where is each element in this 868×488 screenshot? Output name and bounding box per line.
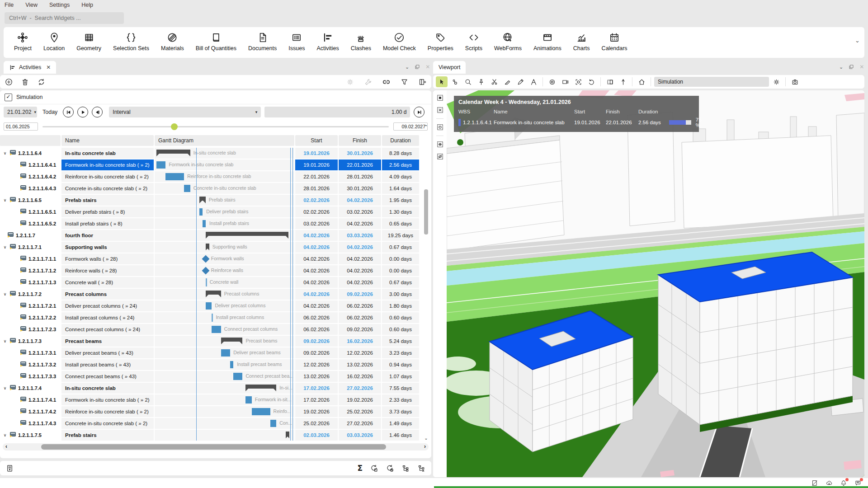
menu-file[interactable]: File [5, 2, 14, 8]
activity-row[interactable]: 1.2.1.1.7.2.2Install precast columns ( »… [0, 312, 431, 323]
delete-activity-icon[interactable] [21, 78, 29, 86]
toolbar-clashes[interactable]: Clashes [345, 31, 377, 52]
activity-row[interactable]: 1.2.1.1.7.1.3Concrete wall ( » 28)Concre… [0, 277, 431, 288]
chevron-down-icon[interactable]: ⌄ [405, 64, 409, 70]
simulation-checkbox[interactable]: ✓ [5, 94, 12, 101]
gantt-bar[interactable] [165, 173, 184, 180]
name-cell[interactable]: Precast columns [61, 289, 154, 300]
name-cell[interactable]: Prefab stairs [61, 195, 154, 206]
gantt-bar[interactable] [221, 338, 243, 342]
toolbar-charts[interactable]: Charts [567, 31, 596, 52]
timeline-slider-handle[interactable] [171, 123, 178, 130]
add-activity-icon[interactable] [5, 78, 13, 86]
gantt-bar[interactable] [245, 396, 252, 404]
interval-select[interactable]: Interval▾ [109, 107, 261, 117]
toolbar-model-check[interactable]: Model Check [377, 31, 422, 52]
offline-mode-icon[interactable] [811, 479, 818, 487]
recalculate-dates-icon[interactable] [370, 464, 378, 473]
select-tool[interactable] [436, 76, 448, 87]
gantt-bar[interactable] [221, 349, 230, 357]
show-selection-icon[interactable] [436, 141, 444, 148]
gantt-bar[interactable] [212, 326, 221, 333]
activity-row[interactable]: ∨1.2.1.1.6.5Prefab stairsPrefab stairs02… [0, 195, 431, 206]
activity-row[interactable]: ∨1.2.1.1.7.2Precast columnsPrecast colum… [0, 289, 431, 300]
name-cell[interactable]: Deliver precast beams ( » 43) [61, 347, 154, 358]
name-cell[interactable]: Reinforce in-situ concrete slab ( » 2) [61, 171, 154, 182]
viewport[interactable]: Calendar Week 4 - Wednesday, 21.01.2026 … [433, 90, 864, 477]
gantt-bar[interactable] [156, 150, 190, 154]
activity-row[interactable]: 1.2.1.1.6.4.3Concrete in-situ concrete s… [0, 183, 431, 194]
activity-row[interactable]: ∨1.2.1.1.7.5Prefab stairs02.03.202603.03… [0, 430, 431, 441]
tab-activities[interactable]: Activities ✕ [4, 61, 56, 74]
step-size-field[interactable]: 1.00 d [264, 107, 410, 117]
toolbar-properties[interactable]: Properties [422, 31, 459, 52]
activity-row[interactable]: 1.2.1.1.6.5.1Deliver prefab stairs ( » 8… [0, 206, 431, 217]
toolbar-overflow-chevron-icon[interactable]: ⌄ [855, 37, 860, 44]
sum-icon[interactable]: Σ [357, 464, 363, 473]
name-cell[interactable]: Supporting walls [61, 242, 154, 253]
expand-chevron-icon[interactable]: ∨ [3, 433, 7, 437]
camera-view[interactable] [559, 76, 571, 87]
step-forward-button[interactable] [414, 107, 425, 117]
toolbar-boq[interactable]: Bill of Quantities [190, 31, 242, 52]
notifications-icon[interactable] [840, 479, 847, 487]
toolbar-selection-sets[interactable]: Selection Sets [107, 31, 155, 52]
milestone-diamond[interactable] [202, 267, 209, 275]
header-duration[interactable]: Duration [382, 135, 419, 146]
multi-select-tool[interactable] [449, 76, 461, 87]
activity-row[interactable]: 1.2.1.1.6.4.1Formwork in-situ concrete s… [0, 160, 431, 170]
toolbar-location[interactable]: Location [38, 31, 71, 52]
toolbar-activities[interactable]: Activities [311, 31, 344, 52]
name-cell[interactable]: fourth floor [61, 230, 154, 241]
float-window-icon[interactable] [849, 64, 854, 70]
menu-settings[interactable]: Settings [49, 2, 70, 8]
expand-chevron-icon[interactable]: ∨ [3, 292, 7, 296]
cut-tool[interactable] [488, 76, 500, 87]
toolbar-scripts[interactable]: Scripts [459, 31, 488, 52]
name-cell[interactable]: Connect precast beams ( » 43) [61, 371, 154, 382]
name-cell[interactable]: Deliver prefab stairs ( » 8) [61, 206, 154, 217]
activity-row[interactable]: 1.2.1.1.7.4.2Reinforce in-situ concrete … [0, 406, 431, 417]
name-cell[interactable]: Install precast beams ( » 43) [61, 359, 154, 370]
link-objects-icon[interactable] [382, 78, 391, 86]
remove-hierarchy-icon[interactable] [417, 464, 426, 473]
activity-row[interactable]: 1.2.1.1.7.4.3Concrete in-situ concrete s… [0, 418, 431, 429]
expand-chevron-icon[interactable]: ∨ [3, 245, 7, 249]
name-cell[interactable]: Formwork in-situ concrete slab ( » 2) [61, 160, 154, 170]
name-cell[interactable]: Install precast columns ( » 24) [61, 312, 154, 323]
gantt-bar[interactable] [203, 220, 206, 227]
name-cell[interactable]: In-situ concrete slab [61, 148, 154, 159]
activity-row[interactable]: 1.2.1.1.6.4.2Reinforce in-situ concrete … [0, 171, 431, 182]
hide-selection-icon[interactable] [436, 153, 444, 160]
float-window-icon[interactable] [415, 64, 420, 70]
gantt-bar[interactable] [156, 161, 165, 169]
clear-selection-icon[interactable] [436, 106, 444, 114]
messages-icon[interactable] [854, 479, 862, 487]
gantt-bar[interactable] [199, 208, 203, 216]
activity-row[interactable]: 1.2.1.1.7.3.1Deliver precast beams ( » 4… [0, 347, 431, 358]
header-gantt[interactable]: Gantt Diagram [155, 135, 294, 146]
name-cell[interactable]: Deliver precast columns ( » 24) [61, 300, 154, 311]
name-cell[interactable]: Reinforce walls ( » 28) [61, 265, 154, 276]
toolbar-documents[interactable]: Documents [242, 31, 283, 52]
pin-tool[interactable] [475, 76, 487, 87]
h-scrollbar-thumb[interactable] [41, 444, 386, 450]
select-all-icon[interactable] [436, 94, 444, 102]
settings-icon[interactable] [346, 78, 354, 86]
toolbar-issues[interactable]: Issues [283, 31, 311, 52]
name-cell[interactable]: Concrete wall ( » 28) [61, 277, 154, 288]
gantt-bar[interactable] [252, 408, 270, 415]
header-start[interactable]: Start [295, 135, 338, 146]
name-cell[interactable]: Install prefab stairs ( » 8) [61, 218, 154, 229]
simulation-date-select[interactable]: 21.01.202▾ [4, 107, 37, 117]
toolbar-geometry[interactable]: Geometry [71, 31, 107, 52]
hierarchy-icon[interactable] [401, 464, 410, 473]
scroll-up-icon[interactable]: ⌃ [423, 124, 429, 129]
scroll-left-icon[interactable]: ‹ [5, 443, 7, 450]
tab-viewport[interactable]: Viewport [433, 61, 466, 74]
skip-start-button[interactable] [63, 107, 74, 117]
toolbar-calendars[interactable]: Calendars [596, 31, 633, 52]
header-name[interactable]: Name [61, 135, 154, 146]
tools-icon[interactable] [364, 78, 373, 86]
activity-row[interactable]: 1.2.1.1.6.5.2Install prefab stairs ( » 8… [0, 218, 431, 229]
